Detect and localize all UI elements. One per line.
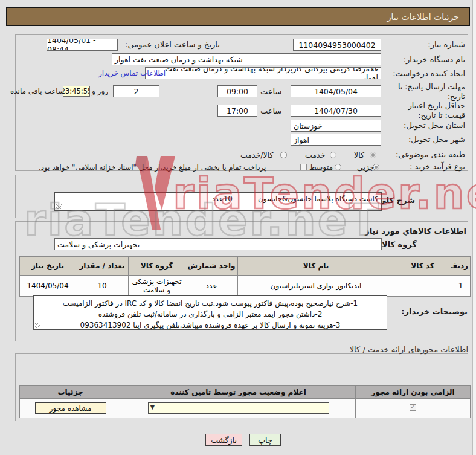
page-title: جزئیات اطلاعات نیاز (387, 12, 459, 22)
license-table-row: -- ▼ مشاهده مجوز (20, 399, 471, 418)
radio-service-label: خدمت (305, 150, 325, 160)
cell-goods-name: اندیکاتور نواری استریلیزاسیون (238, 276, 394, 297)
need-number-label: شماره نیاز: (428, 40, 465, 49)
goods-group-field[interactable]: تجهیزات پزشکی و سلامت (54, 238, 382, 250)
buyer-note-line-1: 1-شرح نیازصحیح بوده،پیش فاکتور پیوست شود… (37, 298, 383, 309)
license-table: الزامی بودن ارائه مجوز اعلام وضعیت مجوز … (19, 385, 471, 418)
cell-need-date: 1404/05/04 (20, 276, 76, 297)
cell-license-details: مشاهده مجوز (20, 399, 121, 418)
buyer-note-line-3: 3-هزینه نمونه و ارسال کالا بر عهده فروشن… (37, 320, 383, 330)
process-type-label: نوع فرآیند خرید : (410, 162, 465, 171)
announce-datetime-field[interactable]: 1404/05/01 - 08:44 (47, 39, 118, 51)
price-validity-label: حداقل تاریخ اعتبار قیمت: تا تاریخ: (389, 101, 465, 121)
radio-minor-label: جزیی (357, 163, 375, 172)
creator-field[interactable]: غلامرضا کریمی بیرگانی کارپرداز شبکه بهدا… (145, 67, 381, 79)
goods-table: ردیف کد کالا نام کالا واحد شمارش گروه کا… (19, 256, 471, 297)
license-table-header-row: الزامی بودن ارائه مجوز اعلام وضعیت مجوز … (20, 386, 471, 399)
chevron-down-icon: ▼ (150, 404, 155, 410)
print-button[interactable]: چاپ (249, 434, 281, 446)
treasury-note: پرداخت تمام یا بخشی از مبلغ خرید،از محل … (39, 163, 266, 172)
classification-label: طبقه بندی موضوعی: (396, 150, 465, 159)
back-button[interactable]: بازگشت (205, 434, 242, 446)
goods-table-row: 1 -- اندیکاتور نواری استریلیزاسیون عدد ت… (20, 276, 471, 297)
buyer-notes-label: توضیحات خریدار: (401, 307, 468, 316)
col-need-date: تاریخ نیاز (20, 257, 76, 276)
price-validity-time-field[interactable]: 17:00 (217, 105, 257, 117)
radio-medium-label: متوسط (309, 163, 333, 172)
treasury-checkbox[interactable] (300, 164, 307, 170)
goods-section-title: اطلاعات کالاهاي مورد نیاز (365, 227, 466, 236)
col-quantity: تعداد / مقدار (76, 257, 129, 276)
cell-unit: عدد (185, 276, 238, 297)
col-group: گروه کالا (129, 257, 185, 276)
days-and-label: روز و (92, 87, 108, 95)
page-title-bar: جزئیات اطلاعات نیاز (6, 7, 470, 26)
radio-service[interactable] (330, 152, 336, 158)
deadline-hour-label: ساعت (260, 87, 281, 96)
need-number-field[interactable]: 1104094953000402 (293, 39, 381, 51)
price-validity-hour-label: ساعت (260, 106, 281, 115)
hours-remaining-label: ساعت باقي مانده (10, 87, 64, 95)
buyer-contact-link[interactable]: اطلاعات تماس خریدار (98, 69, 166, 77)
buyer-note-line-2: 2-داشتن مجوز ایمد معتبر الزامی و بارگذار… (37, 309, 383, 320)
cell-license-status: -- ▼ (121, 399, 356, 418)
col-goods-code: کد کالا (394, 257, 451, 276)
col-license-status: اعلام وضعیت مجوز توسط تامین کننده (121, 386, 356, 399)
deadline-label: مهلت ارسال پاسخ: تا تاریخ: (397, 82, 465, 102)
province-label: استان محل تحویل: (404, 121, 465, 130)
col-goods-name: نام کالا (238, 257, 394, 276)
page-right-edge (472, 0, 476, 455)
city-field[interactable]: اهواز (291, 134, 381, 146)
radio-goods-service[interactable] (280, 152, 287, 158)
radio-goods[interactable] (370, 152, 376, 158)
buyer-org-field[interactable]: شبکه بهداشت و درمان صنعت نفت اهواز (112, 53, 381, 65)
city-label: شهر محل تحویل: (408, 135, 465, 144)
license-section-title: اطلاعات مجوزهای ارائه خدمت / کالا (350, 345, 468, 354)
col-license-details: جزئیات (20, 386, 121, 399)
price-validity-date-field[interactable]: 1404/07/30 (291, 105, 381, 117)
radio-medium[interactable] (335, 164, 341, 170)
cell-goods-code: -- (394, 276, 451, 297)
view-license-button[interactable]: مشاهده مجوز (35, 402, 106, 414)
announce-datetime-label: تاریخ و ساعت اعلان عمومی: (125, 40, 220, 49)
province-field[interactable]: خوزستان (291, 120, 381, 132)
cell-row-number: 1 (451, 276, 471, 297)
cell-license-required (356, 399, 471, 418)
col-unit: واحد شمارش (185, 257, 238, 276)
col-license-required: الزامی بودن ارائه مجوز (356, 386, 471, 399)
remaining-days-field[interactable]: 2 (113, 85, 159, 97)
goods-group-label: گروه کالا: (379, 240, 417, 249)
deadline-date-field[interactable]: 1404/05/04 (291, 85, 381, 97)
license-status-value: -- (317, 404, 323, 412)
license-required-checkbox[interactable] (410, 404, 416, 411)
need-desc-text: کاست دستگاه پلاسما جانسون&جانسون (258, 195, 378, 203)
deadline-time-field[interactable]: 09:00 (217, 85, 257, 97)
need-desc-textarea[interactable]: کاست دستگاه پلاسما جانسون&جانسون 10عدد (54, 192, 382, 211)
buyer-org-label: نام دستگاه خریدار: (404, 55, 465, 64)
goods-table-header-row: ردیف کد کالا نام کالا واحد شمارش گروه کا… (20, 257, 471, 276)
radio-goods-label: کالا (354, 150, 364, 160)
license-status-select[interactable]: -- ▼ (148, 402, 329, 414)
countdown-timer: 23:45:55 (63, 86, 90, 97)
radio-goods-service-label: کالا/خدمت (240, 150, 273, 160)
creator-label: ایجاد کننده درخواست: (393, 69, 465, 78)
buyer-notes-textarea[interactable]: 1-شرح نیازصحیح بوده،پیش فاکتور پیوست شود… (33, 295, 387, 330)
need-details-page: جزئیات اطلاعات نیاز شماره نیاز: 11040949… (0, 0, 476, 455)
need-desc-qty: 10عدد (212, 195, 233, 203)
cell-quantity: 10 (76, 276, 129, 297)
cell-group: تجهیزات پزشکی و سلامت (129, 276, 185, 297)
col-row-number: ردیف (451, 257, 471, 276)
